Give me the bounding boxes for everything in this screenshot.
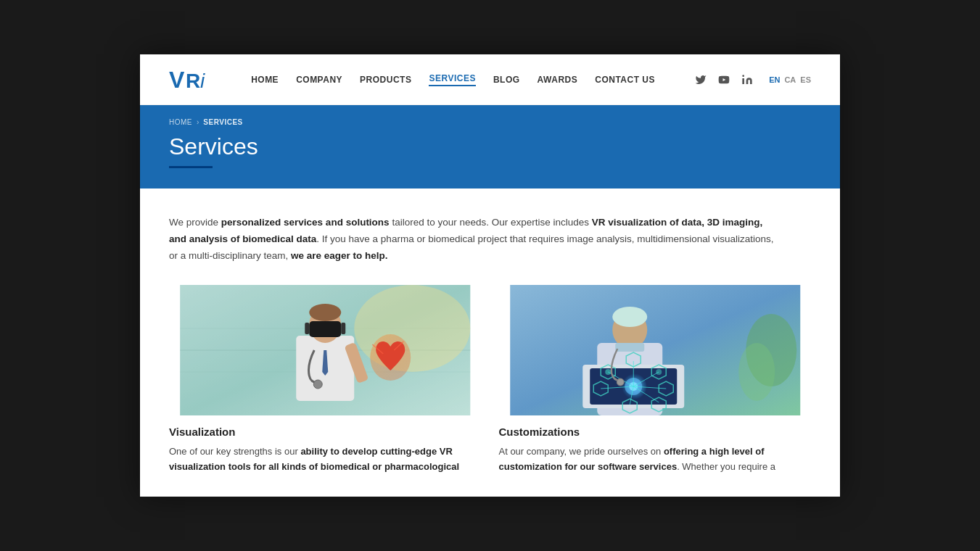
visualization-image: [169, 285, 482, 415]
svg-point-16: [313, 380, 322, 389]
svg-text:V: V: [169, 67, 185, 93]
title-underline: [169, 166, 213, 168]
main-content: We provide personalized services and sol…: [140, 188, 840, 497]
svg-point-50: [738, 343, 775, 401]
visualization-desc: One of our key strengths is our ability …: [169, 444, 482, 475]
services-cards: Visualization One of our key strengths i…: [169, 285, 811, 475]
main-nav: HOME COMPANY PRODUCTS SERVICES BLOG AWAR…: [251, 73, 655, 86]
language-selector: EN CA ES: [769, 75, 811, 84]
nav-blog[interactable]: BLOG: [493, 75, 520, 85]
nav-home[interactable]: HOME: [251, 75, 279, 85]
page-title: Services: [169, 133, 811, 160]
breadcrumb: HOME › SERVICES: [169, 118, 811, 126]
page-banner: HOME › SERVICES Services: [140, 105, 840, 188]
intro-paragraph: We provide personalized services and sol…: [169, 215, 778, 265]
nav-services[interactable]: SERVICES: [429, 73, 475, 86]
nav-contact[interactable]: CONTACT US: [595, 75, 655, 85]
customizations-card: Customizations At our company, we pride …: [499, 285, 812, 475]
svg-point-12: [309, 304, 341, 321]
customizations-desc: At our company, we pride ourselves on of…: [499, 444, 812, 475]
header-right: EN CA ES: [693, 72, 811, 87]
svg-rect-26: [615, 343, 644, 352]
svg-point-48: [617, 378, 624, 386]
svg-rect-13: [309, 321, 341, 337]
customizations-image: [499, 285, 812, 415]
breadcrumb-home[interactable]: HOME: [169, 118, 192, 126]
svg-point-25: [612, 307, 647, 327]
logo-svg: V R i: [169, 66, 213, 94]
nav-awards[interactable]: AWARDS: [538, 75, 578, 85]
svg-point-3: [742, 75, 744, 77]
lang-en[interactable]: EN: [769, 75, 780, 84]
header: V R i HOME COMPANY PRODUCTS SERVICES BLO…: [140, 54, 840, 105]
visualization-title: Visualization: [169, 426, 482, 438]
svg-rect-14: [305, 323, 309, 334]
visualization-card: Visualization One of our key strengths i…: [169, 285, 482, 475]
nav-products[interactable]: PRODUCTS: [360, 75, 411, 85]
breadcrumb-separator: ›: [197, 118, 199, 126]
lang-es[interactable]: ES: [800, 75, 811, 84]
nav-company[interactable]: COMPANY: [296, 75, 342, 85]
youtube-icon[interactable]: [717, 72, 731, 87]
breadcrumb-current: SERVICES: [203, 118, 242, 126]
lang-ca[interactable]: CA: [784, 75, 796, 84]
svg-rect-15: [341, 323, 345, 334]
logo[interactable]: V R i: [169, 66, 213, 94]
svg-text:i: i: [200, 70, 205, 92]
customizations-title: Customizations: [499, 426, 812, 438]
svg-text:R: R: [186, 70, 200, 92]
linkedin-icon[interactable]: [740, 72, 754, 87]
twitter-icon[interactable]: [693, 72, 708, 87]
